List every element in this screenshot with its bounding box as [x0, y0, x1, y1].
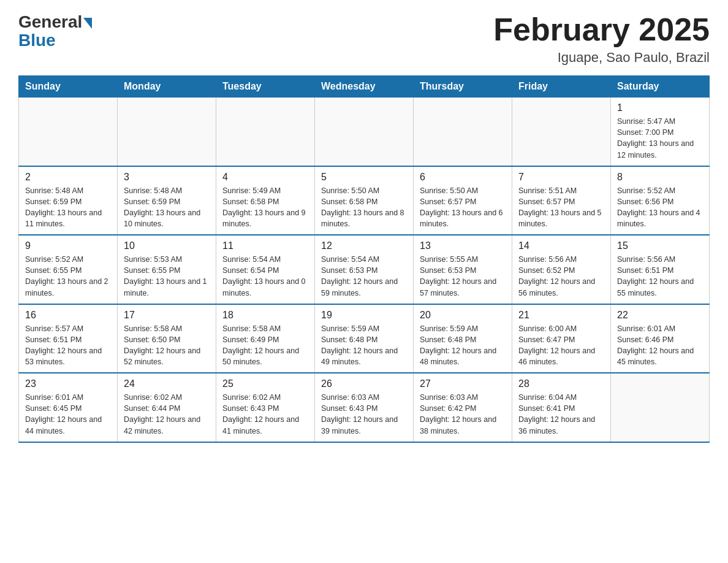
calendar-cell: 22Sunrise: 6:01 AMSunset: 6:46 PMDayligh…: [611, 304, 710, 373]
calendar-cell: 28Sunrise: 6:04 AMSunset: 6:41 PMDayligh…: [512, 373, 611, 442]
logo-arrow-icon: [83, 18, 92, 29]
day-number: 17: [124, 310, 210, 321]
day-number: 25: [222, 378, 308, 389]
calendar-cell: [216, 98, 315, 166]
calendar-cell: 1Sunrise: 5:47 AMSunset: 7:00 PMDaylight…: [611, 98, 710, 166]
day-number: 2: [25, 172, 111, 183]
calendar-cell: 13Sunrise: 5:55 AMSunset: 6:53 PMDayligh…: [414, 235, 512, 304]
day-number: 6: [420, 172, 506, 183]
day-number: 20: [420, 310, 506, 321]
calendar-cell: 8Sunrise: 5:52 AMSunset: 6:56 PMDaylight…: [611, 166, 710, 236]
calendar-cell: 4Sunrise: 5:49 AMSunset: 6:58 PMDaylight…: [216, 166, 315, 236]
calendar-cell: 19Sunrise: 5:59 AMSunset: 6:48 PMDayligh…: [315, 304, 414, 373]
day-number: 19: [321, 310, 407, 321]
calendar-cell: 21Sunrise: 6:00 AMSunset: 6:47 PMDayligh…: [512, 304, 611, 373]
day-number: 15: [617, 240, 703, 251]
day-number: 27: [420, 378, 506, 389]
day-info: Sunrise: 5:59 AMSunset: 6:48 PMDaylight:…: [321, 323, 407, 368]
calendar-cell: 5Sunrise: 5:50 AMSunset: 6:58 PMDaylight…: [315, 166, 414, 236]
day-info: Sunrise: 5:58 AMSunset: 6:49 PMDaylight:…: [222, 323, 308, 368]
day-number: 22: [617, 310, 703, 321]
calendar-cell: 27Sunrise: 6:03 AMSunset: 6:42 PMDayligh…: [414, 373, 512, 442]
day-info: Sunrise: 6:00 AMSunset: 6:47 PMDaylight:…: [518, 323, 604, 368]
calendar-cell: 26Sunrise: 6:03 AMSunset: 6:43 PMDayligh…: [315, 373, 414, 442]
day-info: Sunrise: 5:48 AMSunset: 6:59 PMDaylight:…: [25, 185, 111, 230]
day-info: Sunrise: 6:04 AMSunset: 6:41 PMDaylight:…: [518, 392, 604, 437]
calendar-cell: [315, 98, 414, 166]
calendar-cell: 16Sunrise: 5:57 AMSunset: 6:51 PMDayligh…: [19, 304, 118, 373]
day-number: 26: [321, 378, 407, 389]
day-info: Sunrise: 6:02 AMSunset: 6:43 PMDaylight:…: [222, 392, 308, 437]
header-row: Sunday Monday Tuesday Wednesday Thursday…: [19, 76, 710, 98]
calendar-cell: 3Sunrise: 5:48 AMSunset: 6:59 PMDaylight…: [118, 166, 216, 236]
calendar-cell: 11Sunrise: 5:54 AMSunset: 6:54 PMDayligh…: [216, 235, 315, 304]
logo-blue-text: Blue: [18, 31, 56, 50]
calendar-cell: [118, 98, 216, 166]
day-info: Sunrise: 5:52 AMSunset: 6:55 PMDaylight:…: [25, 254, 111, 299]
calendar-cell: 23Sunrise: 6:01 AMSunset: 6:45 PMDayligh…: [19, 373, 118, 442]
header-monday: Monday: [118, 76, 216, 98]
day-info: Sunrise: 5:48 AMSunset: 6:59 PMDaylight:…: [124, 185, 210, 230]
calendar-cell: 6Sunrise: 5:50 AMSunset: 6:57 PMDaylight…: [414, 166, 512, 236]
day-number: 24: [124, 378, 210, 389]
day-number: 16: [25, 310, 111, 321]
calendar-cell: 9Sunrise: 5:52 AMSunset: 6:55 PMDaylight…: [19, 235, 118, 304]
day-info: Sunrise: 5:55 AMSunset: 6:53 PMDaylight:…: [420, 254, 506, 299]
calendar-week-5: 23Sunrise: 6:01 AMSunset: 6:45 PMDayligh…: [19, 373, 710, 442]
logo-general-text: General: [18, 12, 82, 32]
day-number: 18: [222, 310, 308, 321]
header-sunday: Sunday: [19, 76, 118, 98]
day-info: Sunrise: 5:47 AMSunset: 7:00 PMDaylight:…: [617, 116, 703, 161]
header-thursday: Thursday: [414, 76, 512, 98]
day-number: 9: [25, 240, 111, 251]
day-info: Sunrise: 5:57 AMSunset: 6:51 PMDaylight:…: [25, 323, 111, 368]
header-wednesday: Wednesday: [315, 76, 414, 98]
day-info: Sunrise: 5:58 AMSunset: 6:50 PMDaylight:…: [124, 323, 210, 368]
calendar-cell: 14Sunrise: 5:56 AMSunset: 6:52 PMDayligh…: [512, 235, 611, 304]
day-info: Sunrise: 5:59 AMSunset: 6:48 PMDaylight:…: [420, 323, 506, 368]
calendar-cell: [414, 98, 512, 166]
calendar-cell: 20Sunrise: 5:59 AMSunset: 6:48 PMDayligh…: [414, 304, 512, 373]
day-info: Sunrise: 6:01 AMSunset: 6:46 PMDaylight:…: [617, 323, 703, 368]
calendar-body: 1Sunrise: 5:47 AMSunset: 7:00 PMDaylight…: [19, 98, 710, 442]
day-number: 21: [518, 310, 604, 321]
day-info: Sunrise: 5:50 AMSunset: 6:57 PMDaylight:…: [420, 185, 506, 230]
calendar-subtitle: Iguape, Sao Paulo, Brazil: [493, 50, 710, 66]
calendar-table: Sunday Monday Tuesday Wednesday Thursday…: [18, 75, 710, 443]
calendar-cell: 18Sunrise: 5:58 AMSunset: 6:49 PMDayligh…: [216, 304, 315, 373]
header-saturday: Saturday: [611, 76, 710, 98]
day-info: Sunrise: 5:54 AMSunset: 6:53 PMDaylight:…: [321, 254, 407, 299]
logo: General Blue: [18, 12, 92, 50]
day-number: 23: [25, 378, 111, 389]
day-info: Sunrise: 6:01 AMSunset: 6:45 PMDaylight:…: [25, 392, 111, 437]
day-info: Sunrise: 6:02 AMSunset: 6:44 PMDaylight:…: [124, 392, 210, 437]
day-info: Sunrise: 5:50 AMSunset: 6:58 PMDaylight:…: [321, 185, 407, 230]
day-number: 13: [420, 240, 506, 251]
day-number: 4: [222, 172, 308, 183]
calendar-cell: 24Sunrise: 6:02 AMSunset: 6:44 PMDayligh…: [118, 373, 216, 442]
calendar-week-1: 1Sunrise: 5:47 AMSunset: 7:00 PMDaylight…: [19, 98, 710, 166]
day-number: 7: [518, 172, 604, 183]
day-info: Sunrise: 6:03 AMSunset: 6:42 PMDaylight:…: [420, 392, 506, 437]
day-info: Sunrise: 5:54 AMSunset: 6:54 PMDaylight:…: [222, 254, 308, 299]
calendar-cell: 12Sunrise: 5:54 AMSunset: 6:53 PMDayligh…: [315, 235, 414, 304]
calendar-title: February 2025: [493, 12, 710, 47]
calendar-cell: [19, 98, 118, 166]
day-number: 3: [124, 172, 210, 183]
day-info: Sunrise: 5:53 AMSunset: 6:55 PMDaylight:…: [124, 254, 210, 299]
calendar-cell: 25Sunrise: 6:02 AMSunset: 6:43 PMDayligh…: [216, 373, 315, 442]
day-info: Sunrise: 6:03 AMSunset: 6:43 PMDaylight:…: [321, 392, 407, 437]
day-info: Sunrise: 5:56 AMSunset: 6:52 PMDaylight:…: [518, 254, 604, 299]
calendar-cell: [512, 98, 611, 166]
calendar-cell: [611, 373, 710, 442]
header-friday: Friday: [512, 76, 611, 98]
calendar-cell: 7Sunrise: 5:51 AMSunset: 6:57 PMDaylight…: [512, 166, 611, 236]
day-number: 10: [124, 240, 210, 251]
day-number: 8: [617, 172, 703, 183]
day-number: 12: [321, 240, 407, 251]
calendar-cell: 15Sunrise: 5:56 AMSunset: 6:51 PMDayligh…: [611, 235, 710, 304]
day-number: 5: [321, 172, 407, 183]
day-number: 11: [222, 240, 308, 251]
day-number: 14: [518, 240, 604, 251]
calendar-week-4: 16Sunrise: 5:57 AMSunset: 6:51 PMDayligh…: [19, 304, 710, 373]
